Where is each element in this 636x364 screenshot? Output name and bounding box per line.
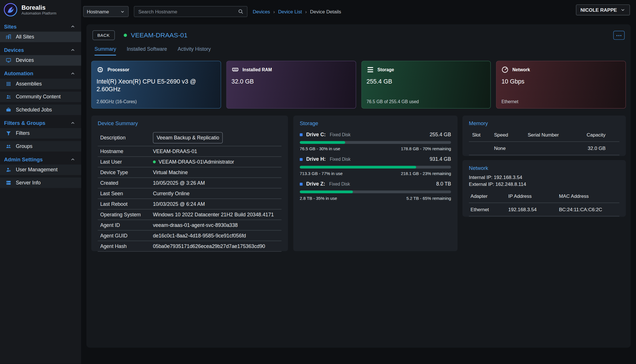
- drive-bullet-icon: [300, 158, 303, 161]
- borealis-logo-icon: [3, 3, 18, 17]
- table-row: Agent Hash 05ba0e7935171d626ecea29b27d7a…: [98, 241, 282, 252]
- column-header: Capacity: [582, 132, 619, 138]
- column-header: Speed: [494, 132, 528, 138]
- user-menu[interactable]: NICOLE RAPPE: [576, 5, 630, 15]
- row-value: de16c0c1-8aa2-4d18-9585-9ce91cf056fd: [153, 233, 246, 239]
- drive-row: Drive Z: Fixed Disk 8.0 TB 2.8 TB - 35% …: [300, 181, 451, 200]
- app-logo[interactable]: Borealis Automation Platform: [0, 0, 81, 19]
- column-header: Slot: [469, 132, 494, 138]
- sidebar-item-all-sites[interactable]: All Sites: [0, 32, 81, 42]
- sidebar-section-filters-groups[interactable]: Filters & Groups: [0, 118, 81, 128]
- card-title: Storage: [377, 67, 394, 72]
- row-value: VEEAM-DRAAS-01\Administrator: [159, 159, 234, 165]
- column-header: Serial Number: [528, 132, 582, 138]
- sidebar-item-groups[interactable]: Groups: [0, 141, 81, 152]
- drive-usage-fill: [300, 141, 345, 144]
- sidebar-section-automation[interactable]: Automation: [0, 68, 81, 79]
- drive-usage-fill: [300, 190, 353, 193]
- row-value: VEEAM-DRAAS-01: [153, 149, 197, 154]
- page-title: VEEAM-DRAAS-01: [131, 32, 187, 39]
- drive-name: Drive Z:: [306, 181, 325, 187]
- network-gauge-icon: [501, 66, 509, 74]
- devices-icon: [6, 58, 11, 63]
- drive-usage-bar: [300, 166, 451, 168]
- more-actions-button[interactable]: ⋯: [613, 31, 625, 40]
- table-row: Last User VEEAM-DRAAS-01\Administrator: [98, 157, 282, 167]
- external-ip: External IP: 162.248.8.114: [469, 181, 619, 188]
- row-value: 10/05/2025 @ 3:26 AM: [153, 180, 205, 186]
- tab-summary[interactable]: Summary: [94, 46, 116, 56]
- memory-speed: None: [494, 145, 528, 151]
- column-header: IP Address: [508, 193, 559, 199]
- drive-remaining-text: 5.2 TB - 65% remaining: [406, 196, 451, 201]
- network-panel: Network Internal IP: 192.168.3.54 Extern…: [463, 160, 626, 217]
- sidebar-section-sites[interactable]: Sites: [0, 21, 81, 32]
- cpu-icon: [96, 66, 104, 74]
- sidebar-section-admin-settings[interactable]: Admin Settings: [0, 154, 81, 165]
- drive-type: Fixed Disk: [329, 182, 350, 186]
- sidebar-section-devices[interactable]: Devices: [0, 45, 81, 55]
- chevron-down-icon: [120, 9, 125, 14]
- drive-usage-bar: [300, 141, 451, 144]
- row-label: Device Type: [98, 170, 153, 175]
- drive-size: 931.4 GB: [430, 156, 451, 162]
- drive-remaining-text: 178.8 GB - 70% remaining: [401, 146, 451, 151]
- description-input[interactable]: [153, 132, 223, 143]
- drive-name: Drive C:: [306, 132, 326, 137]
- storage-panel: Storage Drive C: Fixed Disk 255.4 GB 76.…: [293, 115, 458, 251]
- tab-activity-history[interactable]: Activity History: [177, 46, 211, 56]
- table-row: Last Seen Currently Online: [98, 188, 282, 199]
- user-gear-icon: [6, 167, 11, 173]
- table-row: None 32.0 GB: [469, 142, 619, 155]
- breadcrumb-devices[interactable]: Devices: [253, 9, 270, 15]
- adapter-name: Ethernet: [469, 207, 508, 212]
- card-value: 255.4 GB: [366, 78, 480, 86]
- drive-row: Drive C: Fixed Disk 255.4 GB 76.5 GB - 3…: [300, 132, 451, 151]
- chevron-down-icon: [620, 7, 625, 13]
- app-subtitle: Automation Platform: [21, 11, 56, 16]
- breadcrumb-current: Device Details: [310, 9, 341, 15]
- sidebar-section-label: Sites: [4, 23, 17, 29]
- sidebar-item-community-content[interactable]: Community Content: [0, 91, 81, 102]
- online-status-dot: [124, 34, 127, 37]
- drive-usage-fill: [300, 166, 416, 168]
- row-label: Agent ID: [98, 222, 153, 228]
- row-value: 05ba0e7935171d626ecea29b27d7ae175363cd90: [153, 243, 265, 249]
- sidebar-item-server-info[interactable]: Server Info: [0, 178, 81, 188]
- tab-installed-software[interactable]: Installed Software: [127, 46, 167, 56]
- processor-card: Processor Intel(R) Xeon(R) CPU E5-2690 v…: [91, 61, 221, 109]
- sidebar-item-scheduled-jobs[interactable]: Scheduled Jobs: [0, 105, 81, 115]
- breadcrumb-device-list[interactable]: Device List: [278, 9, 302, 15]
- sidebar-item-devices[interactable]: Devices: [0, 55, 81, 66]
- drive-used-text: 713.3 GB - 77% in use: [300, 171, 343, 176]
- breadcrumb-separator: ›: [305, 9, 307, 15]
- drive-type: Fixed Disk: [330, 132, 351, 137]
- device-details-panel: BACK VEEAM-DRAAS-01 ⋯ Summary Installed …: [86, 24, 631, 347]
- briefcase-icon: [6, 107, 11, 113]
- table-row: Operating System Windows 10 2022 Datacen…: [98, 210, 282, 220]
- search-input[interactable]: [138, 8, 238, 15]
- table-row: Description: [98, 130, 282, 146]
- sidebar-item-user-management[interactable]: User Management: [0, 164, 81, 175]
- drive-usage-bar: [300, 190, 451, 193]
- app-title: Borealis: [21, 4, 56, 11]
- memory-capacity: 32.0 GB: [582, 145, 619, 151]
- storage-card: Storage 255.4 GB 76.5 GB of 255.4 GB use…: [361, 61, 491, 109]
- adapter-ip: 192.168.3.54: [508, 207, 559, 212]
- drive-size: 255.4 GB: [430, 132, 451, 137]
- row-label: Agent GUID: [98, 233, 153, 239]
- card-value: 10 Gbps: [501, 78, 615, 86]
- sidebar-item-assemblies[interactable]: Assemblies: [0, 79, 81, 89]
- row-label: Last Seen: [98, 191, 153, 196]
- sidebar-section-label: Devices: [4, 47, 24, 53]
- column-header: Adapter: [469, 193, 508, 199]
- table-row: Last Reboot 10/03/2025 @ 6:24 AM: [98, 199, 282, 210]
- hostname-filter-select[interactable]: Hostname: [83, 6, 128, 17]
- drive-type: Fixed Disk: [330, 157, 351, 162]
- sidebar-item-label: Scheduled Jobs: [16, 107, 52, 113]
- back-button[interactable]: BACK: [92, 30, 115, 40]
- network-card: Network 10 Gbps Ethernet: [496, 61, 626, 109]
- sites-icon: [6, 34, 11, 40]
- sidebar-item-filters[interactable]: Filters: [0, 128, 81, 139]
- card-footer: 2.60GHz (16-Cores): [96, 99, 137, 104]
